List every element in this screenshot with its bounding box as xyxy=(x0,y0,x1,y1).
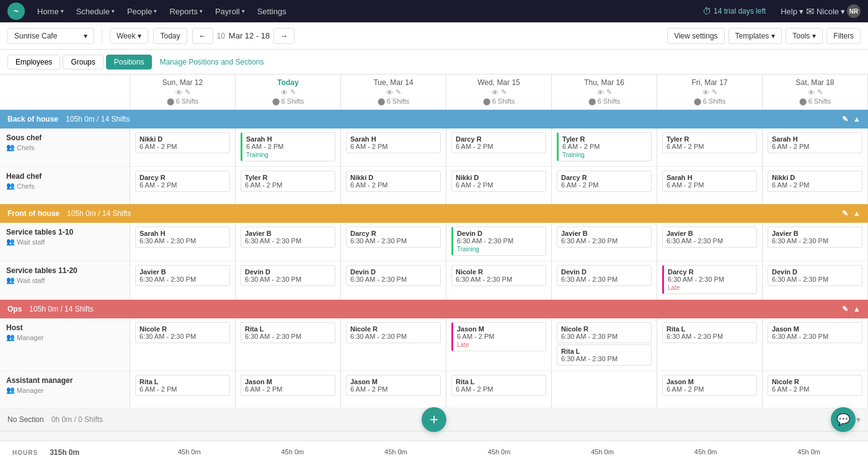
shift-block[interactable]: Nicole R 6:30 AM - 2:30 PM xyxy=(451,265,546,286)
shift-st1120-sun[interactable]: Javier B 6:30 AM - 2:30 PM xyxy=(130,261,236,300)
edit-icon-today[interactable]: ✎ xyxy=(290,88,296,96)
shift-st110-tue[interactable]: Darcy R 6:30 AM - 2:30 PM xyxy=(341,223,446,261)
no-position-expand-icon[interactable]: ▾ xyxy=(856,438,861,438)
shift-host-wed[interactable]: Jason M 6 AM - 2 PM Late xyxy=(446,318,552,371)
edit-icon-tue[interactable]: ✎ xyxy=(396,88,401,96)
shift-block[interactable]: Rita L 6:30 AM - 2:30 PM xyxy=(662,322,757,343)
section-boh-edit-icon[interactable]: ✎ xyxy=(842,115,848,124)
shift-am-mon[interactable]: Jason M 6 AM - 2 PM xyxy=(236,371,341,408)
shift-host-sat[interactable]: Jason M 6:30 AM - 2:30 PM xyxy=(763,318,868,371)
tab-employees[interactable]: Employees xyxy=(7,55,60,70)
shift-block[interactable]: Tyler R 6 AM - 2 PM xyxy=(662,132,757,153)
nav-messages-icon[interactable]: ✉ xyxy=(806,6,814,17)
shift-block[interactable]: Jason M 6 AM - 2 PM xyxy=(346,375,441,396)
shift-sous-chef-tue[interactable]: Sarah H 6 AM - 2 PM xyxy=(341,128,446,167)
shift-block[interactable]: Darcy R 6 AM - 2 PM xyxy=(135,171,230,192)
shift-head-chef-thu[interactable]: Darcy R 6 AM - 2 PM xyxy=(552,167,657,204)
shift-block[interactable]: Nikki D 6 AM - 2 PM xyxy=(451,171,546,192)
eye-icon-tue[interactable]: 👁 xyxy=(386,89,393,96)
shift-host-mon[interactable]: Rita L 6:30 AM - 2:30 PM xyxy=(236,318,341,371)
nav-home[interactable]: Home ▾ xyxy=(32,4,69,19)
shift-st1120-thu[interactable]: Devin D 6:30 AM - 2:30 PM xyxy=(552,261,657,300)
tab-groups[interactable]: Groups xyxy=(63,55,103,70)
nav-payroll[interactable]: Payroll ▾ xyxy=(210,4,250,19)
shift-sous-chef-sat[interactable]: Sarah H 6 AM - 2 PM xyxy=(763,128,868,167)
shift-head-chef-tue[interactable]: Nikki D 6 AM - 2 PM xyxy=(341,167,446,204)
shift-st110-thu[interactable]: Javier B 6:30 AM - 2:30 PM xyxy=(552,223,657,261)
shift-block[interactable]: Rita L 6:30 AM - 2:30 PM xyxy=(241,322,335,343)
shift-block[interactable]: Rita L 6 AM - 2 PM xyxy=(451,375,546,396)
shift-block[interactable]: Rita L 6 AM - 2 PM xyxy=(135,375,230,396)
chat-button[interactable]: 💬 xyxy=(831,407,856,432)
eye-icon-fri[interactable]: 👁 xyxy=(702,89,709,96)
shift-am-fri[interactable]: Jason M 6 AM - 2 PM xyxy=(657,371,763,408)
shift-block[interactable]: Tyler R 6 AM - 2 PM Training xyxy=(557,132,652,161)
filters-button[interactable]: Filters xyxy=(826,28,861,44)
shift-block[interactable]: Jason M 6 AM - 2 PM xyxy=(662,375,757,396)
section-ops-collapse-icon[interactable]: ▲ xyxy=(853,305,861,313)
shift-am-tue[interactable]: Jason M 6 AM - 2 PM xyxy=(341,371,446,408)
shift-head-chef-mon[interactable]: Tyler R 6 AM - 2 PM xyxy=(236,167,341,204)
shift-sous-chef-thu[interactable]: Tyler R 6 AM - 2 PM Training xyxy=(552,128,657,167)
shift-st110-sun[interactable]: Sarah H 6:30 AM - 2:30 PM xyxy=(130,223,236,261)
tools-button[interactable]: Tools ▾ xyxy=(786,28,823,44)
shift-block[interactable]: Devin D 6:30 AM - 2:30 PM xyxy=(346,265,441,286)
shift-block[interactable]: Javier B 6:30 AM - 2:30 PM xyxy=(135,265,230,286)
shift-block[interactable]: Nikki D 6 AM - 2 PM xyxy=(135,132,230,153)
shift-st110-fri[interactable]: Javier B 6:30 AM - 2:30 PM xyxy=(657,223,763,261)
shift-st110-mon[interactable]: Javier B 6:30 AM - 2:30 PM xyxy=(236,223,341,261)
eye-icon-today[interactable]: 👁 xyxy=(281,89,288,96)
location-selector[interactable]: Sunrise Cafe ▾ xyxy=(7,28,94,44)
view-selector[interactable]: Week ▾ xyxy=(110,28,148,44)
shift-block[interactable]: Nicole R 6:30 AM - 2:30 PM xyxy=(346,322,441,343)
shift-block[interactable]: Devin D 6:30 AM - 2:30 PM xyxy=(241,265,335,286)
shift-host-sun[interactable]: Nicole R 6:30 AM - 2:30 PM xyxy=(130,318,236,371)
shift-st1120-sat[interactable]: Devin D 6:30 AM - 2:30 PM xyxy=(763,261,868,300)
shift-block[interactable]: Jason M 6:30 AM - 2:30 PM xyxy=(768,322,862,343)
shift-block[interactable]: Javier B 6:30 AM - 2:30 PM xyxy=(662,227,757,248)
shift-block[interactable]: Devin D 6:30 AM - 2:30 PM Training xyxy=(451,227,546,256)
templates-button[interactable]: Templates ▾ xyxy=(728,28,782,44)
section-ops-edit-icon[interactable]: ✎ xyxy=(842,305,848,313)
edit-icon-thu[interactable]: ✎ xyxy=(606,88,612,96)
shift-sous-chef-wed[interactable]: Darcy R 6 AM - 2 PM xyxy=(446,128,552,167)
shift-sous-chef-mon[interactable]: Sarah H 6 AM - 2 PM Training xyxy=(236,128,341,167)
shift-block[interactable]: Nicole R 6 AM - 2 PM xyxy=(768,375,862,396)
add-shift-button[interactable]: + xyxy=(422,407,446,432)
shift-am-sun[interactable]: Rita L 6 AM - 2 PM xyxy=(130,371,236,408)
shift-host-tue[interactable]: Nicole R 6:30 AM - 2:30 PM xyxy=(341,318,446,371)
eye-icon-thu[interactable]: 👁 xyxy=(597,89,604,96)
nav-schedule[interactable]: Schedule ▾ xyxy=(71,4,120,19)
shift-block[interactable]: Nicole R 6:30 AM - 2:30 PM xyxy=(557,322,652,343)
shift-head-chef-sun[interactable]: Darcy R 6 AM - 2 PM xyxy=(130,167,236,204)
shift-am-sat[interactable]: Nicole R 6 AM - 2 PM xyxy=(763,371,868,408)
eye-icon-sun[interactable]: 👁 xyxy=(175,89,182,96)
section-foh-collapse-icon[interactable]: ▲ xyxy=(853,209,861,218)
today-button[interactable]: Today xyxy=(153,28,187,44)
shift-block[interactable]: Darcy R 6:30 AM - 2:30 PM xyxy=(346,227,441,248)
shift-host-thu[interactable]: Nicole R 6:30 AM - 2:30 PM Rita L 6:30 A… xyxy=(552,318,657,371)
shift-block[interactable]: Javier B 6:30 AM - 2:30 PM xyxy=(241,227,335,248)
shift-st1120-tue[interactable]: Devin D 6:30 AM - 2:30 PM xyxy=(341,261,446,300)
shift-block[interactable]: Sarah H 6 AM - 2 PM xyxy=(662,171,757,192)
shift-block[interactable]: Tyler R 6 AM - 2 PM xyxy=(241,171,335,192)
shift-host-fri[interactable]: Rita L 6:30 AM - 2:30 PM xyxy=(657,318,763,371)
shift-sous-chef-fri[interactable]: Tyler R 6 AM - 2 PM xyxy=(657,128,763,167)
shift-block[interactable]: Devin D 6:30 AM - 2:30 PM xyxy=(557,265,652,286)
shift-block[interactable]: Javier B 6:30 AM - 2:30 PM xyxy=(557,227,652,248)
edit-icon-sun[interactable]: ✎ xyxy=(185,88,190,96)
no-section-expand-icon[interactable]: ▾ xyxy=(856,415,861,425)
shift-block[interactable]: Sarah H 6 AM - 2 PM xyxy=(768,132,862,153)
next-week-button[interactable]: → xyxy=(273,28,294,44)
app-logo[interactable]: ~ xyxy=(7,2,25,20)
shift-st1120-fri[interactable]: Darcy R 6:30 AM - 2:30 PM Late xyxy=(657,261,763,300)
shift-block[interactable]: Nikki D 6 AM - 2 PM xyxy=(768,171,862,192)
shift-head-chef-fri[interactable]: Sarah H 6 AM - 2 PM xyxy=(657,167,763,204)
shift-st110-sat[interactable]: Javier B 6:30 AM - 2:30 PM xyxy=(763,223,868,261)
shift-block[interactable]: Sarah H 6 AM - 2 PM xyxy=(346,132,441,153)
shift-block[interactable]: Darcy R 6 AM - 2 PM xyxy=(451,132,546,153)
shift-st110-wed[interactable]: Devin D 6:30 AM - 2:30 PM Training xyxy=(446,223,552,261)
shift-head-chef-wed[interactable]: Nikki D 6 AM - 2 PM xyxy=(446,167,552,204)
shift-block[interactable]: Javier B 6:30 AM - 2:30 PM xyxy=(768,227,862,248)
shift-block[interactable]: Jason M 6 AM - 2 PM xyxy=(241,375,335,396)
